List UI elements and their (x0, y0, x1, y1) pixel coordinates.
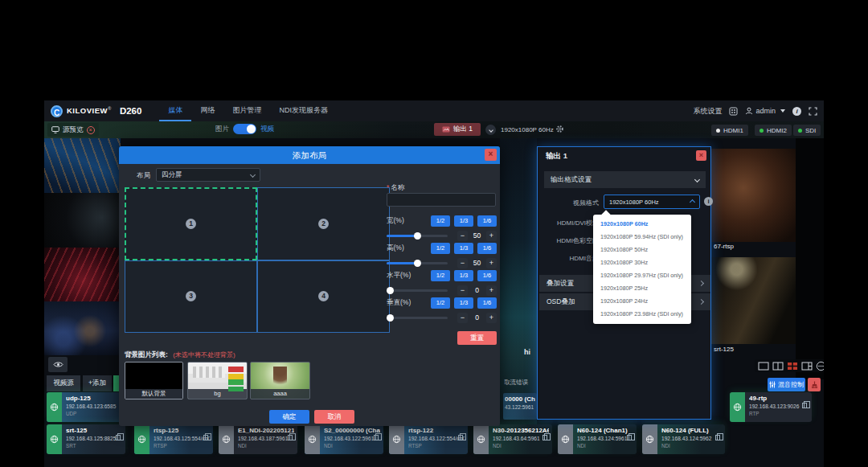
layout-split-2-icon[interactable] (772, 362, 784, 371)
info-icon[interactable]: i (792, 107, 801, 116)
dropdown-option[interactable]: 1920x1080P 24Hz (593, 295, 691, 308)
background-thumb-aaaa[interactable]: aaaa (250, 362, 310, 399)
copy-icon[interactable] (458, 435, 466, 443)
copy-icon[interactable] (542, 435, 551, 443)
source-card-rtsp-125[interactable]: rtsp-125 192.168.43.125:554/ch01 RTSP (134, 424, 213, 454)
sdi-status-chip[interactable]: SDI (793, 125, 821, 136)
fullscreen-icon[interactable] (809, 107, 817, 116)
format-info-icon[interactable]: i (704, 197, 713, 206)
source-card-udp-125[interactable]: udp-125 192.168.43.123:6585 UDP (47, 392, 129, 422)
source-card-n30[interactable]: N30-2012356212A6466... 192.168.43.64:596… (473, 424, 552, 454)
copy-icon[interactable] (627, 435, 635, 443)
copy-icon[interactable] (374, 435, 382, 443)
close-icon[interactable]: × (696, 150, 706, 161)
name-input[interactable] (387, 193, 496, 207)
layout-cell-1[interactable]: 1 (125, 187, 257, 260)
source-card-s2-00000000[interactable]: S2_00000000 (Chan1) 192.168.43.122:5961 … (305, 424, 383, 454)
source-thumbnail-67-rtsp[interactable] (711, 149, 796, 242)
layout-cell-3[interactable]: 3 (125, 260, 257, 334)
user-menu[interactable]: admin (745, 107, 785, 115)
confirm-button[interactable]: 确定 (269, 410, 309, 424)
add-source-button[interactable]: +添加 (83, 375, 112, 391)
reset-button[interactable]: 重置 (457, 331, 497, 345)
dropdown-option[interactable]: 1920x1080P 23.98Hz (SDI only) (593, 308, 691, 321)
source-card-n60-full[interactable]: N60-124 (FULL) 192.168.43.124:5962 NDI (642, 424, 725, 454)
copy-icon[interactable] (715, 435, 723, 443)
copy-icon[interactable] (116, 435, 124, 443)
width-sixth-button[interactable]: 1/6 (477, 215, 497, 227)
clear-button[interactable] (808, 378, 821, 391)
output-1-button[interactable]: 输出 1 (434, 123, 481, 136)
dropdown-option[interactable]: 1920x1080P 29.97Hz (SDI only) (593, 269, 691, 282)
vertical-third-button[interactable]: 1/3 (454, 297, 473, 309)
width-plus-button[interactable]: + (486, 231, 497, 241)
horizontal-half-button[interactable]: 1/2 (431, 270, 450, 281)
system-settings-link[interactable]: 系统设置 (693, 106, 722, 117)
source-card-srt-125[interactable]: srt-125 192.168.43.125:8825 SRT (47, 424, 125, 454)
vertical-plus-button[interactable]: + (486, 313, 497, 323)
horizontal-sixth-button[interactable]: 1/6 (477, 270, 497, 281)
tab-network[interactable]: 网络 (191, 100, 223, 121)
layout-side-panel-icon[interactable] (801, 362, 813, 371)
background-thumb-bg[interactable]: bg (187, 362, 248, 399)
dropdown-option[interactable]: 1920x1080P 30Hz (593, 256, 691, 269)
horizontal-third-button[interactable]: 1/3 (454, 270, 473, 281)
source-card-49-rtp[interactable]: 49-rtp 192.168.43.123:9026 RTP (730, 392, 812, 422)
tab-ndi-discovery[interactable]: NDI发现服务器 (270, 100, 337, 121)
preview-eye-button[interactable] (48, 357, 68, 372)
source-preview-chip[interactable]: 源预览 × (47, 123, 99, 137)
width-half-button[interactable]: 1/2 (431, 215, 450, 227)
keypad-icon[interactable] (729, 107, 738, 116)
height-slider[interactable] (387, 262, 448, 264)
height-plus-button[interactable]: + (486, 258, 497, 268)
height-sixth-button[interactable]: 1/6 (477, 243, 497, 254)
close-preview-icon[interactable]: × (87, 126, 95, 134)
background-thumb-default[interactable]: 默认背景 (125, 362, 183, 399)
close-icon[interactable]: × (485, 149, 497, 161)
width-slider[interactable] (387, 235, 448, 237)
height-minus-button[interactable]: − (457, 258, 468, 268)
vertical-slider[interactable] (387, 317, 448, 319)
source-card-rtsp-122[interactable]: rtsp-122 192.168.43.122:554/ch01 RTSP (389, 424, 468, 454)
output-dropdown-icon[interactable] (485, 125, 496, 135)
source-thumbnail[interactable] (44, 248, 121, 301)
tab-image-management[interactable]: 图片管理 (223, 100, 270, 121)
copy-icon[interactable] (203, 435, 211, 443)
vertical-half-button[interactable]: 1/2 (431, 297, 450, 309)
horizontal-slider[interactable] (387, 289, 448, 292)
layout-select[interactable]: 四分屏 (156, 168, 260, 182)
gear-icon[interactable] (555, 125, 564, 133)
source-thumbnail-srt-125[interactable] (711, 257, 796, 344)
width-minus-button[interactable]: − (457, 231, 468, 241)
horizontal-minus-button[interactable]: − (457, 285, 468, 296)
dropdown-option[interactable]: 1920x1080P 59.94Hz (SDI only) (593, 231, 691, 244)
dropdown-option[interactable]: 1920x1080P 25Hz (593, 282, 691, 295)
output-format-section-header[interactable]: 输出格式设置 (544, 171, 706, 188)
height-half-button[interactable]: 1/2 (431, 243, 450, 254)
source-thumbnail[interactable] (44, 138, 121, 193)
more-layouts-icon[interactable] (816, 361, 824, 371)
source-thumbnail[interactable] (44, 301, 121, 355)
source-card-e1-ndi[interactable]: E1_NDI-202205121439... 192.168.43.187:59… (219, 424, 297, 454)
copy-icon[interactable] (802, 403, 810, 411)
copy-icon[interactable] (288, 435, 296, 443)
horizontal-plus-button[interactable]: + (486, 285, 497, 296)
layout-quad-icon[interactable] (787, 362, 798, 371)
video-format-select[interactable]: 1920x1080P 60Hz (604, 195, 700, 209)
audio-mixer-button[interactable]: 混音控制 (768, 378, 805, 391)
hdmi2-status-chip[interactable]: HDMI2 (755, 125, 792, 136)
layout-cell-4[interactable]: 4 (257, 260, 390, 334)
dropdown-option[interactable]: 1920x1080P 50Hz (593, 244, 691, 256)
media-mode-toggle[interactable] (233, 124, 256, 134)
tab-video-sources[interactable]: 视频源 (47, 375, 80, 391)
tab-media[interactable]: 媒体 (159, 100, 191, 121)
source-card-n60-chan1[interactable]: N60-124 (Chan1) 192.168.43.124:5961 NDI (558, 424, 637, 454)
cancel-button[interactable]: 取消 (314, 410, 354, 424)
hdmi1-status-chip[interactable]: HDMI1 (711, 125, 748, 136)
vertical-sixth-button[interactable]: 1/6 (477, 297, 497, 309)
vertical-minus-button[interactable]: − (457, 313, 468, 323)
source-thumbnail[interactable] (44, 193, 121, 248)
dropdown-option[interactable]: 1920x1080P 60Hz (593, 218, 691, 231)
height-third-button[interactable]: 1/3 (454, 243, 473, 254)
layout-single-icon[interactable] (758, 362, 769, 371)
